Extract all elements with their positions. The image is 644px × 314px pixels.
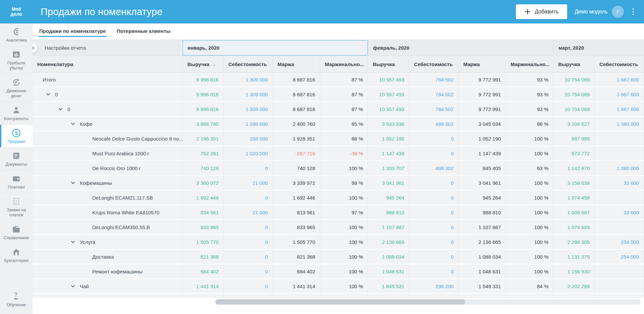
- tab-lost-clients[interactable]: Потерянные клиенты: [116, 23, 171, 38]
- month-header-cell[interactable]: январь, 2020: [182, 40, 368, 56]
- sidebar-item-accounting[interactable]: Бухгалтерия: [0, 244, 33, 266]
- revenue-cell: 3 360 972: [183, 176, 224, 190]
- sidebar-item-payment-requests[interactable]: $Заявки наплатеж: [0, 193, 33, 221]
- margin-cell: 1 441 314: [273, 279, 320, 293]
- sidebar-item-documents[interactable]: Документы: [0, 147, 33, 170]
- cost-cell: 1 309 000: [224, 87, 273, 101]
- cost-cell: 1 667 600: [595, 72, 644, 87]
- column-header-metric[interactable]: Маржа: [459, 56, 506, 72]
- column-header-metric[interactable]: Маржинально...: [506, 56, 553, 72]
- marginality-cell: -36 %: [320, 146, 368, 160]
- marginality-cell: 93 %: [506, 87, 553, 101]
- sort-descending-icon[interactable]: ↓: [213, 61, 215, 67]
- row-expander-chevron-down-icon[interactable]: [71, 285, 80, 287]
- cost-cell: 0: [409, 146, 459, 160]
- margin-cell: 1 505 770: [273, 235, 320, 249]
- row-label: Услуга: [80, 239, 95, 245]
- revenue-cell: 1 441 314: [183, 279, 224, 293]
- month-header-cell[interactable]: март, 2020: [553, 40, 644, 56]
- sidebar-item-sales[interactable]: $Продажи: [0, 124, 33, 147]
- revenue-cell: 1 142 870: [553, 161, 595, 175]
- column-header-metric[interactable]: Выручка↓: [183, 56, 224, 72]
- cost-cell: 488 302: [409, 161, 459, 175]
- column-header-nomenclature[interactable]: Номенклатура: [33, 56, 183, 72]
- topbar-actions: Добавить Демо модель Г: [516, 0, 635, 23]
- cost-cell: 0: [224, 294, 273, 298]
- row-name-cell: De Roccis Oro 1000 г: [33, 161, 183, 175]
- kebab-menu-icon[interactable]: [631, 7, 635, 16]
- column-header-metric[interactable]: Выручка: [553, 56, 595, 72]
- column-header-metric[interactable]: Маржа: [273, 56, 320, 72]
- table-row[interactable]: 09 996 8161 309 0008 687 81687 %10 557 4…: [33, 87, 644, 101]
- revenue-cell: 1 131 375: [553, 250, 595, 264]
- revenue-cell: 733 435: [183, 294, 224, 298]
- marginality-cell: 100 %: [320, 294, 368, 298]
- cost-cell: 254 000: [595, 235, 644, 249]
- sidebar-item-money-flow[interactable]: ₽Движениеденег: [0, 74, 33, 102]
- sidebar-item-analytics[interactable]: Аналитика: [0, 23, 33, 46]
- table-row[interactable]: Кофе3 688 7601 288 0002 400 76065 %3 533…: [33, 117, 644, 131]
- table-row[interactable]: Кофемашины3 360 97221 0003 339 97299 %3 …: [33, 176, 644, 190]
- report-settings-label[interactable]: Настройки отчета: [33, 40, 182, 56]
- margin-cell: 1 549 331: [459, 279, 506, 293]
- row-expander-chevron-down-icon[interactable]: [71, 182, 80, 184]
- table-row[interactable]: Ассам733 4350733 435100 %886 376296 2005…: [33, 294, 644, 298]
- horizontal-scrollbar-thumb[interactable]: [215, 299, 465, 305]
- row-expander-chevron-down-icon[interactable]: [59, 108, 67, 110]
- table-row[interactable]: Krups Roma White EA810570834 56121 00081…: [33, 205, 644, 219]
- marginality-cell: 100 %: [506, 176, 553, 190]
- column-header-metric[interactable]: Маржинально...: [320, 56, 368, 72]
- horizontal-scrollbar-track[interactable]: [215, 299, 641, 305]
- cost-cell: 1 309 000: [224, 102, 273, 116]
- logo-line-1: Моё: [0, 7, 33, 12]
- logo-line-2: дело: [0, 12, 33, 17]
- cost-cell: 0: [224, 250, 273, 264]
- svg-text:₽: ₽: [15, 80, 17, 84]
- revenue-cell: 1 048 631: [368, 264, 409, 278]
- table-row[interactable]: Nescafe Dolce Gusto Cappuccino 8 по...2 …: [33, 132, 644, 146]
- sidebar-item-training[interactable]: ?Обучение: [0, 288, 33, 311]
- sales-icon: $: [12, 128, 21, 138]
- column-header-metric[interactable]: Себестоимость: [595, 56, 644, 72]
- column-header-metric[interactable]: Выручка: [368, 56, 409, 72]
- table-row[interactable]: Must Puro Arabica 1000 г752 2811 020 000…: [33, 146, 644, 160]
- cost-cell: 0: [409, 250, 459, 264]
- payments-icon: [12, 174, 21, 183]
- row-label: Nescafe Dolce Gusto Cappuccino 8 по...: [92, 136, 183, 142]
- table-row[interactable]: 09 996 8161 309 0008 687 81687 %10 557 4…: [33, 102, 644, 116]
- margin-cell: 1 928 351: [273, 132, 320, 146]
- sidebar-item-profit-loss[interactable]: Прибылиубытки: [0, 46, 33, 74]
- table-row[interactable]: Ремонт кофемашины684 4020684 402100 %1 0…: [33, 264, 644, 278]
- marginality-cell: 93 %: [506, 102, 553, 116]
- month-header-cell[interactable]: февраль, 2020: [368, 40, 553, 56]
- row-expander-chevron-down-icon[interactable]: [71, 241, 80, 243]
- row-expander-chevron-down-icon[interactable]: [46, 93, 55, 96]
- sidebar-item-payments[interactable]: Платежи: [0, 170, 33, 193]
- marginality-cell: 87 %: [320, 72, 368, 87]
- app-logo[interactable]: Моё дело: [0, 7, 33, 17]
- marginality-cell: 99 %: [320, 176, 368, 190]
- add-button[interactable]: Добавить: [516, 4, 567, 19]
- table-row[interactable]: DeLonghi ECAM350.55.B833 9650833 965100 …: [33, 220, 644, 234]
- row-name-cell: Krups Roma White EA810570: [33, 205, 183, 219]
- row-expander-chevron-down-icon[interactable]: [71, 123, 80, 125]
- table-row[interactable]: Чай1 441 31401 441 314100 %1 845 531296 …: [33, 279, 644, 293]
- marginality-cell: 100 %: [506, 205, 553, 219]
- tab-sales-by-nomenclature[interactable]: Продажи по номенклатуре: [39, 23, 107, 38]
- table-row[interactable]: De Roccis Oro 1000 г740 1280740 128100 %…: [33, 161, 644, 175]
- account-menu[interactable]: Демо модель Г: [575, 6, 624, 18]
- table-row[interactable]: DeLonghi ECAM21.117.SB1 692 44601 692 44…: [33, 191, 644, 205]
- table-row[interactable]: Услуга1 505 77001 505 770100 %2 136 6650…: [33, 235, 644, 249]
- table-row[interactable]: Итого9 996 8161 309 0008 687 81687 %10 5…: [33, 72, 644, 87]
- margin-cell: 590 176: [459, 294, 506, 298]
- sidebar-item-label: Справочники: [1, 235, 32, 241]
- sidebar-item-contractors[interactable]: Контрагенты: [0, 102, 33, 124]
- column-header-metric[interactable]: Себестоимость: [409, 56, 459, 72]
- table-row[interactable]: Доставка821 3680821 368100 %1 088 03401 …: [33, 250, 644, 264]
- plus-icon: [525, 9, 531, 15]
- marginality-cell: 63 %: [506, 161, 553, 175]
- cost-cell: 0: [224, 235, 273, 249]
- margin-cell: 833 965: [273, 220, 320, 234]
- column-header-metric[interactable]: Себестоимость: [224, 56, 273, 72]
- sidebar-item-catalogs[interactable]: Справочники: [0, 221, 33, 244]
